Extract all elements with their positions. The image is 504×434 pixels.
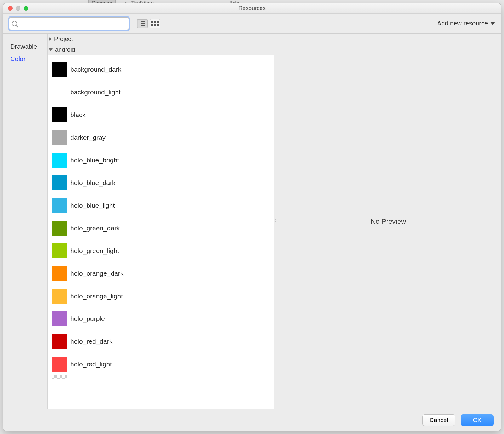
color-name: holo_purple xyxy=(70,315,105,323)
color-swatch xyxy=(52,289,67,304)
color-name: holo_green_light xyxy=(70,247,119,255)
text-caret xyxy=(21,20,21,27)
view-mode-toggle xyxy=(137,19,160,28)
color-swatch xyxy=(52,198,67,213)
preview-pane: No Preview xyxy=(276,34,501,409)
add-new-resource-dropdown[interactable]: Add new resource xyxy=(437,20,495,27)
cancel-button[interactable]: Cancel xyxy=(422,414,455,426)
color-name: background_light xyxy=(70,88,121,96)
color-swatch xyxy=(52,357,67,372)
color-row[interactable]: holo_blue_bright xyxy=(50,149,272,172)
sidebar-item-drawable[interactable]: Drawable xyxy=(3,41,47,53)
color-swatch xyxy=(52,153,67,168)
color-name: holo_orange_dark xyxy=(70,270,123,277)
color-row[interactable]: holo_orange_dark xyxy=(50,262,272,285)
color-name: darker_gray xyxy=(70,134,106,141)
color-name: holo_orange_light xyxy=(70,292,123,300)
color-swatch xyxy=(52,107,67,122)
color-swatch xyxy=(52,221,67,236)
resource-type-sidebar: Drawable Color xyxy=(3,34,48,409)
color-swatch-transparent xyxy=(52,375,67,379)
color-row[interactable]: background_light xyxy=(50,81,272,104)
color-row[interactable]: darker_gray xyxy=(50,126,272,149)
color-swatch xyxy=(52,243,67,258)
color-row[interactable]: black xyxy=(50,104,272,126)
group-android[interactable]: android xyxy=(48,44,274,55)
color-name: holo_red_dark xyxy=(70,338,112,345)
add-new-resource-label: Add new resource xyxy=(437,20,488,27)
color-swatch xyxy=(52,311,67,326)
no-preview-label: No Preview xyxy=(371,217,406,226)
color-row[interactable]: holo_red_dark xyxy=(50,330,272,353)
color-name: background_dark xyxy=(70,66,121,73)
color-row[interactable]: holo_orange_light xyxy=(50,285,272,307)
color-list[interactable]: background_dark background_light black d… xyxy=(48,55,274,409)
dialog-footer: Cancel OK xyxy=(3,409,501,431)
list-view-button[interactable] xyxy=(137,19,148,28)
list-icon xyxy=(140,21,145,26)
color-name: holo_blue_light xyxy=(70,202,115,209)
color-swatch xyxy=(52,130,67,145)
color-swatch xyxy=(52,334,67,349)
titlebar: Resources xyxy=(3,3,501,14)
color-name: holo_blue_bright xyxy=(70,156,119,164)
color-row[interactable]: holo_green_dark xyxy=(50,217,272,240)
grid-view-button[interactable] xyxy=(150,19,160,28)
color-row[interactable]: holo_red_light xyxy=(50,353,272,375)
color-row[interactable]: holo_green_light xyxy=(50,240,272,262)
group-project[interactable]: Project xyxy=(48,34,274,44)
window-title: Resources xyxy=(3,5,501,12)
color-name: holo_green_dark xyxy=(70,224,120,232)
color-swatch xyxy=(52,85,67,100)
sidebar-item-color[interactable]: Color xyxy=(3,53,47,65)
chevron-down-icon xyxy=(490,22,495,25)
color-row[interactable]: background_dark xyxy=(50,58,272,81)
group-android-label: android xyxy=(55,46,75,53)
color-name: holo_red_light xyxy=(70,360,112,368)
resource-list-pane: Project android background_dark back xyxy=(48,34,274,409)
resources-dialog: Resources Add new resource xyxy=(3,3,501,431)
color-name: black xyxy=(70,111,86,119)
color-row[interactable]: holo_blue_light xyxy=(50,194,272,217)
ok-button[interactable]: OK xyxy=(461,414,494,426)
color-swatch xyxy=(52,175,67,190)
search-input[interactable] xyxy=(9,17,129,30)
search-field-wrap xyxy=(9,17,129,30)
color-swatch xyxy=(52,266,67,281)
toolbar: Add new resource xyxy=(3,14,501,34)
color-row[interactable]: holo_blue_dark xyxy=(50,172,272,194)
search-icon xyxy=(12,21,17,26)
color-row[interactable]: holo_purple xyxy=(50,307,272,330)
grid-icon xyxy=(151,21,159,26)
color-name: holo_blue_dark xyxy=(70,179,116,187)
disclosure-right-icon xyxy=(49,37,52,41)
group-project-label: Project xyxy=(54,36,73,42)
disclosure-down-icon xyxy=(49,48,53,51)
color-swatch xyxy=(52,62,67,77)
color-row-partial[interactable] xyxy=(50,375,272,380)
